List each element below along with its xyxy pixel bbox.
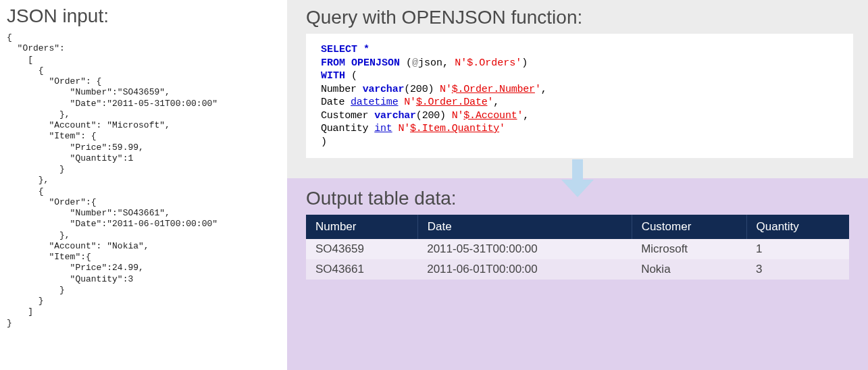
output-table: Number Date Customer Quantity SO43659 20… <box>306 215 849 280</box>
cell-number: SO43659 <box>306 239 417 259</box>
cell-customer: Microsoft <box>632 239 746 259</box>
th-quantity: Quantity <box>746 215 849 239</box>
kw-select: SELECT <box>321 44 357 55</box>
th-customer: Customer <box>632 215 746 239</box>
paren-open-2: ( <box>351 70 357 82</box>
type-varchar-2: varchar <box>374 110 416 122</box>
comma: , <box>442 57 449 69</box>
num-200-b: 200 <box>422 110 440 122</box>
table-header-row: Number Date Customer Quantity <box>306 215 849 239</box>
col-number: Number <box>321 84 357 95</box>
col-date: Date <box>321 97 344 108</box>
at-sign: @ <box>412 57 418 69</box>
cell-quantity: 3 <box>746 259 849 280</box>
paren-open: ( <box>406 57 412 69</box>
arrow-down-icon <box>561 159 594 197</box>
kw-with: WITH <box>321 70 345 82</box>
type-varchar-1: varchar <box>363 84 405 95</box>
right-column: Query with OPENJSON function: SELECT * F… <box>287 0 868 370</box>
paren-close: ) <box>521 57 528 69</box>
cell-date: 2011-06-01T00:00:00 <box>417 259 632 280</box>
type-datetime: datetime <box>351 97 398 108</box>
cell-number: SO43661 <box>306 259 417 280</box>
query-title: Query with OPENJSON function: <box>306 7 853 28</box>
output-panel: Output table data: Number Date Customer … <box>287 178 868 370</box>
svg-marker-0 <box>561 159 594 197</box>
cell-date: 2011-05-31T00:00:00 <box>417 239 632 259</box>
path-orders: N'$.Orders' <box>455 57 521 69</box>
num-200-a: 200 <box>410 84 428 95</box>
th-date: Date <box>417 215 632 239</box>
sql-code-block: SELECT * FROM OPENJSON (@json, N'$.Order… <box>306 34 853 158</box>
cell-customer: Nokia <box>632 259 746 280</box>
kw-openjson: OPENJSON <box>351 57 400 69</box>
col-customer: Customer <box>321 110 368 122</box>
kw-star: * <box>363 44 369 55</box>
query-panel: Query with OPENJSON function: SELECT * F… <box>287 0 868 178</box>
table-row: SO43661 2011-06-01T00:00:00 Nokia 3 <box>306 259 849 280</box>
param-json: json <box>418 57 442 69</box>
kw-from: FROM <box>321 57 345 69</box>
type-int: int <box>374 123 392 134</box>
table-row: SO43659 2011-05-31T00:00:00 Microsoft 1 <box>306 239 849 259</box>
json-input-code: { "Orders": [ { "Order": { "Number":"SO4… <box>7 32 279 329</box>
cell-quantity: 1 <box>746 239 849 259</box>
th-number: Number <box>306 215 417 239</box>
paren-close-2: ) <box>321 136 327 148</box>
json-input-panel: JSON input: { "Orders": [ { "Order": { "… <box>0 0 287 370</box>
json-input-title: JSON input: <box>7 5 279 27</box>
col-quantity: Quantity <box>321 123 368 134</box>
